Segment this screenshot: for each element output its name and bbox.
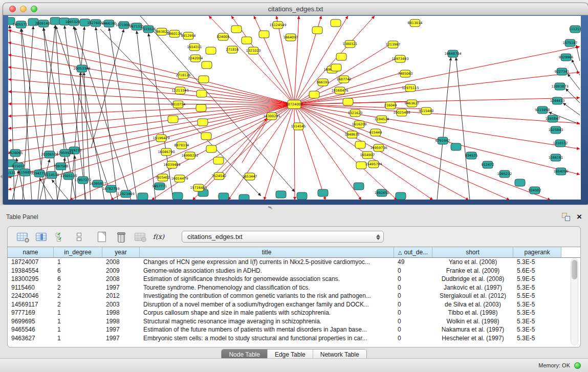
graph-node[interactable] xyxy=(138,193,148,200)
column-header-name[interactable]: name xyxy=(8,247,54,257)
graph-node[interactable] xyxy=(297,192,307,200)
graph-node[interactable]: 20091406 xyxy=(35,20,52,27)
graph-node[interactable]: 1687742 xyxy=(337,76,352,83)
table-row[interactable]: 1938455462009Genome-wide association stu… xyxy=(8,267,580,275)
graph-node[interactable] xyxy=(213,157,224,164)
graph-node[interactable]: 6791942 xyxy=(435,137,450,144)
graph-node[interactable] xyxy=(196,104,206,112)
graph-edge[interactable] xyxy=(137,31,156,200)
table-row[interactable]: 1830029562008Estimation of significance … xyxy=(8,275,580,283)
zoom-window-button[interactable] xyxy=(31,6,37,12)
memory-status-icon[interactable] xyxy=(574,362,581,369)
graph-node[interactable]: 1810754 xyxy=(171,101,186,108)
column-header-title[interactable]: title xyxy=(140,247,394,257)
graph-edge[interactable] xyxy=(565,89,580,103)
create-column-button[interactable] xyxy=(95,230,109,244)
graph-edge[interactable] xyxy=(276,16,294,104)
column-header-pagerank[interactable]: pagerank xyxy=(513,247,561,257)
graph-node[interactable]: 1025843 xyxy=(549,126,563,134)
graph-node[interactable] xyxy=(312,27,322,34)
graph-edge[interactable] xyxy=(209,16,294,104)
graph-node[interactable] xyxy=(515,179,525,186)
graph-node[interactable]: 216049 xyxy=(384,102,397,109)
column-header-in_degree[interactable]: in_degree xyxy=(54,247,102,257)
graph-node[interactable] xyxy=(172,192,183,200)
graph-node[interactable]: 20206576 xyxy=(41,151,58,158)
graph-node[interactable] xyxy=(202,61,212,69)
graph-edge[interactable] xyxy=(52,180,69,200)
graph-node[interactable]: 1654311 xyxy=(187,43,202,51)
vertical-scrollbar[interactable] xyxy=(571,258,578,345)
graph-node[interactable] xyxy=(201,133,211,140)
network-window[interactable]: citations_edges.txt 14055712200914061065… xyxy=(3,3,588,205)
graph-edge[interactable] xyxy=(8,67,294,104)
graph-node[interactable]: 1654907 xyxy=(360,151,375,159)
row-select-button[interactable] xyxy=(53,230,67,244)
graph-node[interactable]: 16782759 xyxy=(102,185,119,192)
graph-node[interactable]: 8878334 xyxy=(175,142,189,149)
graph-node[interactable] xyxy=(318,189,328,196)
graph-edge[interactable] xyxy=(568,74,580,90)
table-row[interactable]: 911546021997Tourette syndrome. Phenomeno… xyxy=(8,283,580,292)
graph-node[interactable] xyxy=(231,26,242,33)
graph-node[interactable]: 2242004 xyxy=(188,55,203,62)
network-window-titlebar[interactable]: citations_edges.txt xyxy=(3,3,588,15)
graph-edge[interactable] xyxy=(294,104,295,200)
graph-edge[interactable] xyxy=(456,57,470,200)
minimize-window-button[interactable] xyxy=(20,6,27,12)
graph-node[interactable]: 8660124 xyxy=(167,30,182,37)
graph-node[interactable]: 824005 xyxy=(217,33,230,40)
graph-node[interactable]: 1892450 xyxy=(375,189,389,196)
table-row[interactable]: 1456911722003Disruption of a novel membe… xyxy=(8,300,580,309)
graph-node[interactable] xyxy=(451,143,461,150)
graph-node[interactable]: 111213 xyxy=(569,26,581,33)
graph-edge[interactable] xyxy=(254,16,294,104)
column-header-out_de[interactable]: △out_de... xyxy=(394,247,432,257)
graph-node[interactable]: 1380321 xyxy=(343,40,358,48)
graph-edge[interactable] xyxy=(294,104,361,200)
graph-node[interactable] xyxy=(219,193,229,200)
graph-node[interactable] xyxy=(336,53,346,60)
graph-edge[interactable] xyxy=(294,104,510,200)
table-row[interactable]: 977716911998Corpus callosum shape and si… xyxy=(8,309,580,317)
graph-node[interactable]: 1213967 xyxy=(386,41,401,48)
graph-edge[interactable] xyxy=(109,28,137,200)
graph-node[interactable]: 7397588 xyxy=(54,163,69,170)
graph-node[interactable]: 6466160 xyxy=(102,20,117,27)
network-canvas[interactable]: 1405571220091406106532871527602264661601… xyxy=(8,16,581,200)
graph-node[interactable]: 16046790 xyxy=(158,148,175,156)
graph-edge[interactable] xyxy=(224,117,269,176)
graph-node[interactable]: 9329966 xyxy=(559,54,574,61)
graph-node[interactable]: 12213343 xyxy=(171,87,188,94)
graph-node[interactable]: 10025488 xyxy=(393,109,410,116)
graph-node[interactable]: 15495794 xyxy=(365,161,382,168)
graph-node[interactable]: 16959736 xyxy=(370,144,387,151)
graph-node[interactable]: 966191 xyxy=(317,79,330,86)
graph-node[interactable]: 8912954 xyxy=(181,32,196,39)
graph-node[interactable]: 391531 xyxy=(8,169,15,177)
graph-node[interactable]: 20053346 xyxy=(73,65,90,72)
graph-edge[interactable] xyxy=(39,178,53,200)
rows-button[interactable] xyxy=(72,230,86,244)
graph-node[interactable] xyxy=(396,192,406,200)
graph-node[interactable] xyxy=(331,64,341,71)
graph-node[interactable]: 1194524 xyxy=(375,116,389,123)
column-header-year[interactable]: year xyxy=(102,247,140,257)
graph-node[interactable]: 924502 xyxy=(529,187,541,194)
graph-node[interactable]: 1166161 xyxy=(549,154,563,161)
graph-node[interactable] xyxy=(199,76,209,83)
graph-node[interactable]: 1514545 xyxy=(291,123,306,130)
graph-node[interactable]: 18168476 xyxy=(331,87,348,94)
table-row[interactable]: 1872400712008Changes of HCN gene express… xyxy=(8,258,580,267)
graph-node[interactable]: 10973493 xyxy=(391,55,408,62)
graph-node[interactable]: 1321023 xyxy=(246,47,261,54)
graph-node[interactable]: 1575187 xyxy=(563,39,578,47)
graph-node[interactable]: 271816 xyxy=(226,46,239,53)
graph-node[interactable]: 1210332 xyxy=(553,140,568,147)
graph-edge[interactable] xyxy=(242,115,270,163)
graph-edge[interactable] xyxy=(8,55,294,104)
graph-node[interactable]: 16395817 xyxy=(89,180,106,187)
graph-node[interactable] xyxy=(309,91,319,98)
graph-node[interactable]: 9227341 xyxy=(555,68,570,75)
graph-node[interactable] xyxy=(355,141,365,148)
